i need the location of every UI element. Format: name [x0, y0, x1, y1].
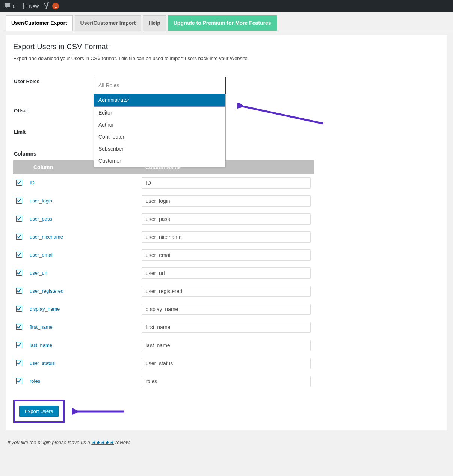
- adminbar-new[interactable]: New: [20, 2, 39, 10]
- column-label: display_name: [27, 300, 139, 318]
- column-checkbox[interactable]: [16, 378, 22, 384]
- yoast-icon: [43, 2, 51, 10]
- column-label: user_status: [27, 354, 139, 372]
- roles-dropdown: Administrator Editor Author Contributor …: [94, 94, 226, 167]
- table-row: user_status: [13, 354, 314, 372]
- limit-label: Limit: [14, 122, 89, 142]
- footer-stars-link[interactable]: ★★★★★: [91, 440, 114, 445]
- column-checkbox[interactable]: [16, 324, 22, 330]
- column-checkbox[interactable]: [16, 270, 22, 276]
- plus-icon: [20, 2, 27, 10]
- role-option-subscriber[interactable]: Subscriber: [94, 143, 225, 155]
- column-label: user_nicename: [27, 228, 139, 246]
- columns-table: Column Column Name IDuser_loginuser_pass…: [13, 160, 314, 390]
- adminbar-seo[interactable]: 1: [43, 2, 59, 10]
- table-row: user_registered: [13, 282, 314, 300]
- column-checkbox[interactable]: [16, 198, 22, 204]
- columns-heading: Columns: [14, 151, 440, 157]
- tab-upgrade[interactable]: Upgrade to Premium for More Features: [168, 15, 277, 31]
- offset-label: Offset: [14, 100, 89, 121]
- column-checkbox[interactable]: [16, 180, 22, 186]
- column-checkbox[interactable]: [16, 234, 22, 240]
- page-description: Export and download your Users in CSV fo…: [13, 56, 440, 61]
- annotation-arrow-icon: [72, 408, 124, 415]
- column-name-input[interactable]: [142, 213, 311, 225]
- table-row: user_pass: [13, 210, 314, 228]
- column-checkbox[interactable]: [16, 342, 22, 348]
- column-checkbox[interactable]: [16, 252, 22, 258]
- table-row: user_url: [13, 264, 314, 282]
- tab-help[interactable]: Help: [143, 15, 166, 31]
- tab-import[interactable]: User/Customer Import: [75, 15, 142, 31]
- column-name-input[interactable]: [142, 249, 311, 261]
- comment-icon: [4, 2, 11, 10]
- table-row: user_login: [13, 192, 314, 210]
- column-label: first_name: [27, 318, 139, 336]
- table-row: last_name: [13, 336, 314, 354]
- column-label: ID: [27, 174, 139, 192]
- user-roles-label: User Roles: [14, 71, 89, 100]
- table-row: first_name: [13, 318, 314, 336]
- page-title: Export Users in CSV Format:: [13, 42, 440, 51]
- column-name-input[interactable]: [142, 376, 311, 387]
- role-option-editor[interactable]: Editor: [94, 107, 225, 119]
- column-name-input[interactable]: [142, 322, 311, 333]
- column-label: roles: [27, 372, 139, 390]
- roles-placeholder[interactable]: All Roles: [94, 77, 226, 94]
- table-row: user_email: [13, 246, 314, 264]
- footer-suffix: review.: [114, 440, 130, 445]
- user-roles-select[interactable]: All Roles Administrator Editor Author Co…: [94, 77, 226, 94]
- table-row: user_nicename: [13, 228, 314, 246]
- column-label: user_email: [27, 246, 139, 264]
- nav-tabs: User/Customer Export User/Customer Impor…: [0, 12, 453, 31]
- column-checkbox[interactable]: [16, 288, 22, 294]
- export-users-button[interactable]: Export Users: [19, 406, 59, 417]
- role-option-author[interactable]: Author: [94, 119, 225, 131]
- column-checkbox[interactable]: [16, 216, 22, 222]
- new-label: New: [29, 3, 39, 9]
- column-name-input[interactable]: [142, 340, 311, 351]
- footer-prefix: If you like the plugin please leave us a: [8, 440, 91, 445]
- column-label: user_registered: [27, 282, 139, 300]
- table-row: display_name: [13, 300, 314, 318]
- column-name-input[interactable]: [142, 231, 311, 243]
- table-row: ID: [13, 174, 314, 192]
- col-header-check: [13, 160, 27, 174]
- table-row: roles: [13, 372, 314, 390]
- role-option-administrator[interactable]: Administrator: [94, 94, 225, 107]
- footer-note: If you like the plugin please leave us a…: [0, 434, 453, 451]
- main-wrap: Export Users in CSV Format: Export and d…: [6, 35, 447, 430]
- column-checkbox[interactable]: [16, 360, 22, 366]
- column-label: last_name: [27, 336, 139, 354]
- export-highlight-box: Export Users: [13, 400, 65, 423]
- column-label: user_login: [27, 192, 139, 210]
- form-table: User Roles All Roles Administrator Edito…: [13, 70, 440, 143]
- comments-count: 0: [13, 3, 15, 9]
- tab-export[interactable]: User/Customer Export: [6, 15, 73, 31]
- column-checkbox[interactable]: [16, 306, 22, 312]
- column-label: user_url: [27, 264, 139, 282]
- role-option-customer[interactable]: Customer: [94, 155, 225, 167]
- adminbar-comments[interactable]: 0: [4, 2, 15, 10]
- column-name-input[interactable]: [142, 304, 311, 315]
- admin-bar: 0 New 1: [0, 0, 453, 12]
- notif-badge: 1: [52, 3, 59, 9]
- column-name-input[interactable]: [142, 358, 311, 369]
- column-label: user_pass: [27, 210, 139, 228]
- column-name-input[interactable]: [142, 177, 311, 189]
- column-name-input[interactable]: [142, 267, 311, 279]
- role-option-contributor[interactable]: Contributor: [94, 131, 225, 143]
- column-name-input[interactable]: [142, 286, 311, 297]
- column-name-input[interactable]: [142, 195, 311, 207]
